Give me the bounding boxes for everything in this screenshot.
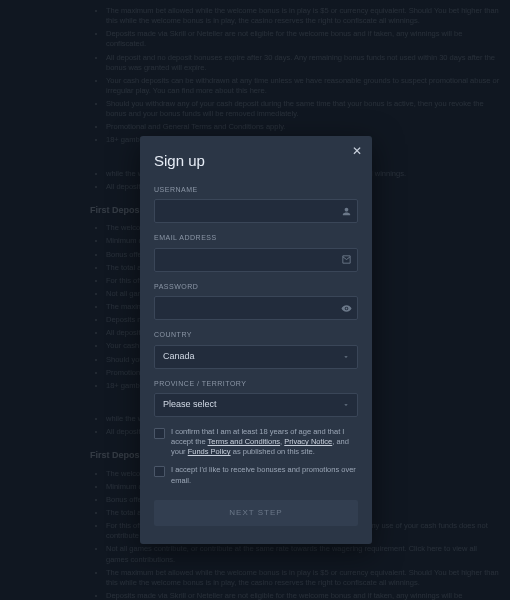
eye-icon[interactable]: [340, 302, 352, 314]
chevron-down-icon: [340, 351, 352, 363]
signup-modal: ✕ Sign up USERNAME EMAIL ADDRESS PASSWOR…: [140, 136, 372, 544]
password-group: PASSWORD: [154, 282, 358, 321]
privacy-link[interactable]: Privacy Notice: [284, 437, 332, 446]
funds-policy-link[interactable]: Funds Policy: [188, 447, 231, 456]
username-label: USERNAME: [154, 185, 358, 196]
province-label: PROVINCE / TERRITORY: [154, 379, 358, 390]
age-confirm-checkbox[interactable]: [154, 428, 165, 439]
promo-optin-row: I accept I'd like to receive bonuses and…: [154, 465, 358, 485]
user-icon: [340, 205, 352, 217]
chevron-down-icon: [340, 399, 352, 411]
username-input[interactable]: [154, 199, 358, 223]
password-label: PASSWORD: [154, 282, 358, 293]
password-input[interactable]: [154, 296, 358, 320]
email-group: EMAIL ADDRESS: [154, 233, 358, 272]
country-value: Canada: [163, 350, 195, 364]
cb1-text-4: as published on this site.: [231, 447, 315, 456]
promo-optin-label: I accept I'd like to receive bonuses and…: [171, 465, 358, 485]
country-select[interactable]: Canada: [154, 345, 358, 369]
country-group: COUNTRY Canada: [154, 330, 358, 369]
mail-icon: [340, 254, 352, 266]
email-label: EMAIL ADDRESS: [154, 233, 358, 244]
close-button[interactable]: ✕: [350, 144, 364, 158]
age-confirm-row: I confirm that I am at least 18 years of…: [154, 427, 358, 457]
username-group: USERNAME: [154, 185, 358, 224]
province-select[interactable]: Please select: [154, 393, 358, 417]
province-value: Please select: [163, 398, 217, 412]
terms-link[interactable]: Terms and Conditions: [208, 437, 281, 446]
email-input[interactable]: [154, 248, 358, 272]
close-icon: ✕: [352, 142, 362, 160]
age-confirm-label: I confirm that I am at least 18 years of…: [171, 427, 358, 457]
next-step-button[interactable]: NEXT STEP: [154, 500, 358, 526]
modal-title: Sign up: [154, 150, 358, 173]
country-label: COUNTRY: [154, 330, 358, 341]
promo-optin-checkbox[interactable]: [154, 466, 165, 477]
province-group: PROVINCE / TERRITORY Please select: [154, 379, 358, 418]
